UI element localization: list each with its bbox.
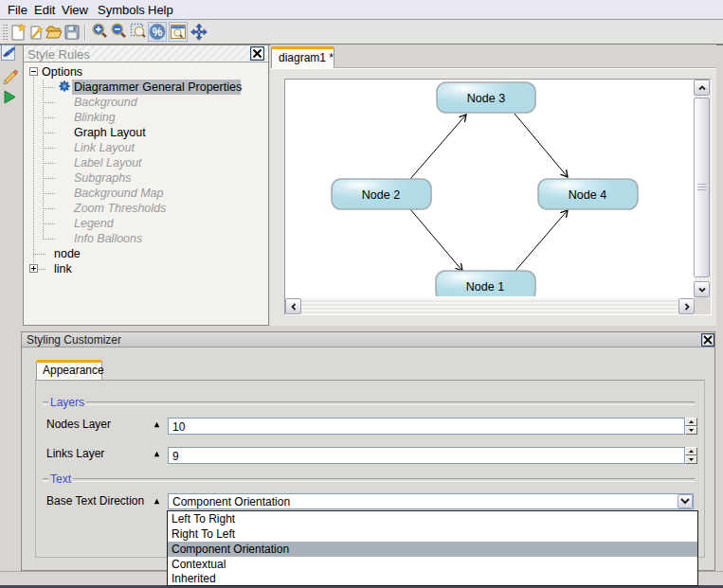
- svg-text:Node 2: Node 2: [362, 188, 400, 202]
- svg-text:Node 4: Node 4: [569, 188, 606, 202]
- svg-text:%: %: [153, 26, 163, 39]
- svg-text:Node 3: Node 3: [467, 92, 505, 105]
- svg-text:Node 1: Node 1: [466, 280, 504, 294]
